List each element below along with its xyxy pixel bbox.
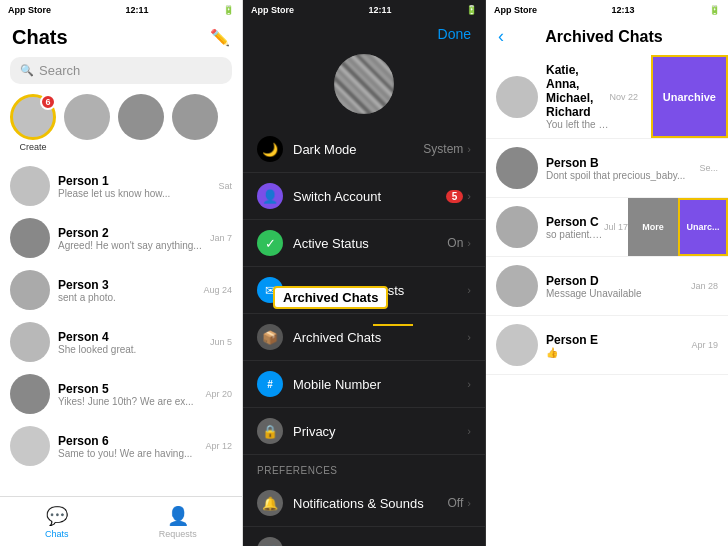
settings-item-privacy[interactable]: 🔒 Privacy ›: [243, 408, 485, 455]
panel-chats: App Store 12:11 🔋 Chats ✏️ 🔍 Search 6 Cr…: [0, 0, 243, 546]
settings-item-dark-mode[interactable]: 🌙 Dark Mode System ›: [243, 126, 485, 173]
archived-time: Jul 17: [604, 222, 628, 232]
chevron-icon: ›: [467, 497, 471, 509]
archived-content: Katie, Anna, Michael, Richard You left t…: [546, 63, 609, 130]
chats-title: Chats: [12, 26, 68, 49]
archived-msg: 👍: [546, 347, 691, 358]
archived-item[interactable]: Person C so patient. Thank you.... Jul 1…: [486, 198, 728, 257]
archived-item[interactable]: Person B Dont spoil that precious_baby..…: [486, 139, 728, 198]
archived-list: Katie, Anna, Michael, Richard You left t…: [486, 55, 728, 546]
unarchive-button[interactable]: Unarc...: [678, 198, 728, 256]
action-buttons: More Unarc...: [628, 198, 728, 256]
chat-content: Person 6 Same to you! We are having...: [58, 434, 197, 459]
archived-name: Katie, Anna, Michael, Richard: [546, 63, 609, 119]
archived-title: Archived Chats: [512, 28, 696, 46]
chat-content: Person 5 Yikes! June 10th? We are ex...: [58, 382, 197, 407]
mobile-number-label: Mobile Number: [293, 377, 467, 392]
mobile-number-icon: #: [257, 371, 283, 397]
chat-item[interactable]: Person 5 Yikes! June 10th? We are ex... …: [0, 368, 242, 420]
settings-item-switch-account[interactable]: 👤 Switch Account 5 ›: [243, 173, 485, 220]
chat-item[interactable]: Person 4 She looked great. Jun 5: [0, 316, 242, 368]
chat-name: Person 5: [58, 382, 197, 396]
chat-content: Person 2 Agreed! He won't say anything..…: [58, 226, 202, 251]
battery-icon: 🔋: [223, 5, 234, 15]
privacy-icon: 🔒: [257, 418, 283, 444]
chat-time: Aug 24: [203, 285, 232, 295]
chat-msg: Agreed! He won't say anything...: [58, 240, 202, 251]
story-item-3[interactable]: [118, 94, 164, 152]
compose-icon[interactable]: ✏️: [210, 28, 230, 47]
unarchive-button[interactable]: Unarchive: [651, 55, 728, 138]
status-bar-1: App Store 12:11 🔋: [0, 0, 242, 20]
story-item-2[interactable]: [64, 94, 110, 152]
archived-avatar: [496, 265, 538, 307]
chats-nav-label: Chats: [45, 529, 69, 539]
archived-content: Person D Message Unavailable: [546, 274, 691, 299]
story-circle-2: [64, 94, 110, 140]
settings-item-mobile-number[interactable]: # Mobile Number ›: [243, 361, 485, 408]
archived-msg: You left the group.: [546, 119, 609, 130]
settings-item-archived-chats[interactable]: 📦 Archived Chats › Archived Chats: [243, 314, 485, 361]
dark-mode-icon: 🌙: [257, 136, 283, 162]
panel-settings: App Store 12:11 🔋 Done 🌙 Dark Mode Syste…: [243, 0, 486, 546]
phone-contacts-icon: 👥: [257, 537, 283, 546]
archived-item[interactable]: Person D Message Unavailable Jan 28: [486, 257, 728, 316]
story-label-create: Create: [19, 142, 46, 152]
chat-item[interactable]: Person 2 Agreed! He won't say anything..…: [0, 212, 242, 264]
search-icon: 🔍: [20, 64, 34, 77]
archived-header: ‹ Archived Chats: [486, 20, 728, 55]
profile-avatar-area: [243, 50, 485, 126]
story-circle-4: [172, 94, 218, 140]
story-item-create[interactable]: 6 Create: [10, 94, 56, 152]
settings-item-phone-contacts[interactable]: 👥 Phone Contacts ›: [243, 527, 485, 546]
switch-account-icon: 👤: [257, 183, 283, 209]
nav-item-chats[interactable]: 💬 Chats: [45, 505, 69, 539]
chevron-icon: ›: [467, 237, 471, 249]
dark-mode-label: Dark Mode: [293, 142, 423, 157]
chat-item[interactable]: Person 6 Same to you! We are having... A…: [0, 420, 242, 472]
settings-list: 🌙 Dark Mode System › 👤 Switch Account 5 …: [243, 126, 485, 546]
chat-msg: She looked great.: [58, 344, 202, 355]
done-button[interactable]: Done: [438, 26, 471, 42]
search-bar[interactable]: 🔍 Search: [10, 57, 232, 84]
archived-chats-label: Archived Chats: [293, 330, 467, 345]
chat-msg: Yikes! June 10th? We are ex...: [58, 396, 197, 407]
preferences-section-label: PREFERENCES: [243, 455, 485, 480]
archived-msg: Dont spoil that precious_baby...: [546, 170, 699, 181]
chat-time: Jan 7: [210, 233, 232, 243]
phone-contacts-label: Phone Contacts: [293, 543, 467, 547]
chat-name: Person 2: [58, 226, 202, 240]
chat-time: Sat: [218, 181, 232, 191]
store-label-1: App Store: [8, 5, 51, 15]
chat-time: Apr 20: [205, 389, 232, 399]
archived-content: Person E 👍: [546, 333, 691, 358]
settings-item-active-status[interactable]: ✓ Active Status On ›: [243, 220, 485, 267]
chat-name: Person 3: [58, 278, 195, 292]
archived-time: Apr 19: [691, 340, 718, 350]
archived-msg: Message Unavailable: [546, 288, 691, 299]
avatar-image: [334, 54, 394, 114]
archived-time: Jan 28: [691, 281, 718, 291]
more-button[interactable]: More: [628, 198, 678, 256]
archived-item[interactable]: Katie, Anna, Michael, Richard You left t…: [486, 55, 728, 139]
chat-avatar: [10, 374, 50, 414]
chat-avatar: [10, 166, 50, 206]
archived-chats-icon: 📦: [257, 324, 283, 350]
chat-avatar: [10, 270, 50, 310]
switch-account-badge: 5: [446, 190, 464, 203]
archived-name: Person E: [546, 333, 691, 347]
chevron-icon: ›: [467, 143, 471, 155]
chat-msg: Same to you! We are having...: [58, 448, 197, 459]
chat-content: Person 4 She looked great.: [58, 330, 202, 355]
chat-item[interactable]: Person 1 Please let us know how... Sat: [0, 160, 242, 212]
nav-item-requests[interactable]: 👤 Requests: [159, 505, 197, 539]
chat-item[interactable]: Person 3 sent a photo. Aug 24: [0, 264, 242, 316]
back-button[interactable]: ‹: [498, 26, 504, 47]
story-item-4[interactable]: [172, 94, 218, 152]
chat-name: Person 6: [58, 434, 197, 448]
archived-item[interactable]: Person E 👍 Apr 19: [486, 316, 728, 375]
chevron-icon: ›: [467, 425, 471, 437]
settings-item-notifications[interactable]: 🔔 Notifications & Sounds Off ›: [243, 480, 485, 527]
store-label-2: App Store: [251, 5, 294, 15]
bottom-nav: 💬 Chats 👤 Requests: [0, 496, 242, 546]
